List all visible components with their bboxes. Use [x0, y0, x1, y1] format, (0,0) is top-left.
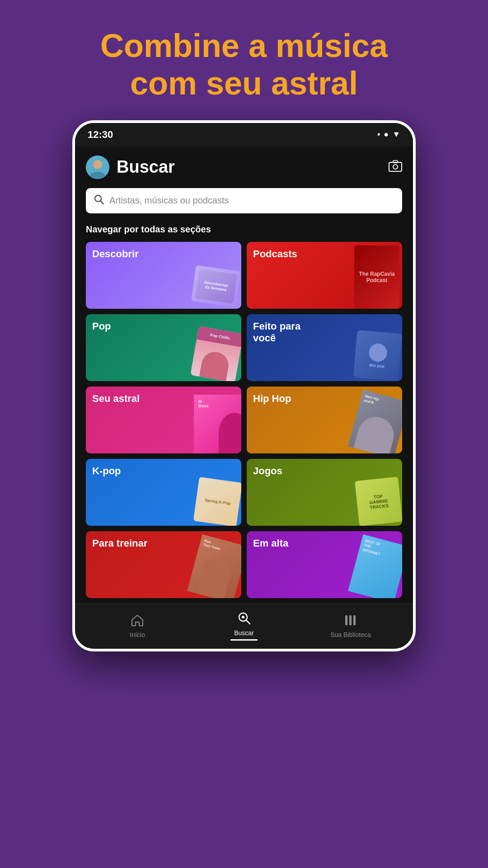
card-deco-jogos: TOPGAMINGTRACKS — [355, 476, 402, 526]
card-label: Jogos — [253, 465, 282, 477]
card-kpop[interactable]: K-pop Spring K-Pop — [86, 459, 241, 526]
card-deco-treinar: RunThis Town — [187, 534, 241, 598]
nav-item-buscar[interactable]: Buscar — [191, 612, 297, 641]
nav-item-biblioteca[interactable]: Sua Biblioteca — [297, 614, 404, 638]
cards-grid: Descobrir Descobertasda Semana Podcasts … — [86, 242, 402, 604]
card-label: K-pop — [92, 465, 121, 477]
status-time: 12:30 — [88, 129, 113, 141]
card-deco-hiphop: New Hipand R — [348, 389, 402, 453]
signal-icon: ● — [384, 130, 389, 139]
phone-frame: 12:30 ▪ ● ▼ Buscar — [72, 120, 416, 651]
card-deco-feito: Mix pop — [353, 330, 402, 381]
svg-point-10 — [242, 616, 244, 618]
card-label: Seu astral — [92, 393, 140, 405]
search-placeholder: Artistas, músicas ou podcasts — [109, 195, 229, 206]
nav-label-biblioteca: Sua Biblioteca — [330, 631, 371, 638]
card-label: Pop — [92, 321, 111, 332]
card-deco-astral: MBoos — [194, 395, 241, 453]
svg-point-1 — [93, 160, 102, 169]
home-icon — [131, 614, 144, 629]
battery-icon: ▪ — [377, 130, 380, 139]
card-hiphop[interactable]: Hip Hop New Hipand R — [247, 387, 402, 453]
page-headline: Combine a música com seu astral — [73, 27, 415, 102]
header-row: Buscar — [86, 156, 402, 179]
card-feito[interactable]: Feito paravocê Mix pop — [247, 314, 402, 381]
svg-rect-3 — [389, 162, 402, 171]
wifi-icon: ▼ — [392, 130, 400, 139]
card-deco-emalta: BEST OFTHEINTERNET — [348, 534, 402, 598]
svg-line-7 — [100, 201, 103, 204]
card-label: Hip Hop — [253, 393, 291, 405]
card-label: Descobrir — [92, 248, 139, 260]
search-bar[interactable]: Artistas, músicas ou podcasts — [86, 188, 402, 213]
status-bar: 12:30 ▪ ● ▼ — [75, 123, 413, 146]
svg-rect-5 — [393, 160, 398, 163]
card-label: Para treinar — [92, 538, 147, 549]
nav-active-indicator — [230, 639, 258, 641]
card-podcasts[interactable]: Podcasts The RapCavia Podcast — [247, 242, 402, 309]
app-content: Buscar Artistas, músicas ou podcasts — [75, 146, 413, 604]
header-left: Buscar — [86, 156, 175, 179]
nav-item-inicio[interactable]: Início — [84, 614, 191, 638]
camera-icon[interactable] — [389, 160, 402, 175]
card-descobrir[interactable]: Descobrir Descobertasda Semana — [86, 242, 241, 309]
card-jogos[interactable]: Jogos TOPGAMINGTRACKS — [247, 459, 402, 526]
card-treinar[interactable]: Para treinar RunThis Town — [86, 531, 241, 598]
status-icons: ▪ ● ▼ — [377, 130, 400, 139]
nav-label-buscar: Buscar — [234, 629, 254, 637]
svg-rect-12 — [349, 615, 352, 625]
card-deco-pop: Pop Chillo — [190, 326, 241, 381]
nav-label-inicio: Início — [130, 631, 145, 638]
card-label: Feito paravocê — [253, 321, 300, 344]
section-label: Navegar por todas as seções — [86, 224, 402, 235]
svg-line-9 — [246, 620, 250, 624]
svg-point-4 — [393, 165, 398, 169]
header-title: Buscar — [117, 157, 175, 177]
card-label: Podcasts — [253, 248, 297, 260]
card-emalta[interactable]: Em alta BEST OFTHEINTERNET — [247, 531, 402, 598]
svg-rect-11 — [345, 615, 347, 625]
card-deco-kpop: Spring K-Pop — [193, 476, 241, 525]
card-deco-podcast: The RapCavia Podcast — [354, 245, 399, 309]
card-pop[interactable]: Pop Pop Chillo — [86, 314, 241, 381]
card-deco-descobrir: Descobertasda Semana — [191, 265, 241, 307]
avatar[interactable] — [86, 156, 109, 179]
svg-rect-13 — [353, 615, 356, 625]
library-icon — [344, 614, 357, 629]
card-label: Em alta — [253, 538, 288, 549]
card-astral[interactable]: Seu astral MBoos — [86, 387, 241, 453]
search-icon — [94, 194, 104, 207]
search-nav-icon — [238, 612, 250, 627]
bottom-nav: Início Buscar Sua Biblioteca — [75, 604, 413, 649]
